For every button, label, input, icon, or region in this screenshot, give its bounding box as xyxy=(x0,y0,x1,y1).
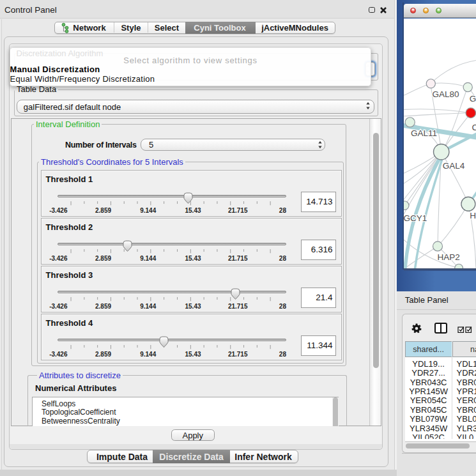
svg-text:GCY1: GCY1 xyxy=(404,213,427,222)
svg-text:H: H xyxy=(470,211,476,220)
svg-text:GAL4: GAL4 xyxy=(443,161,465,171)
svg-text:GAL11: GAL11 xyxy=(411,128,437,138)
svg-text:GAL80: GAL80 xyxy=(433,89,459,98)
svg-text:HAP2: HAP2 xyxy=(438,252,460,261)
svg-text:G: G xyxy=(470,94,476,104)
svg-text:C: C xyxy=(472,123,476,132)
